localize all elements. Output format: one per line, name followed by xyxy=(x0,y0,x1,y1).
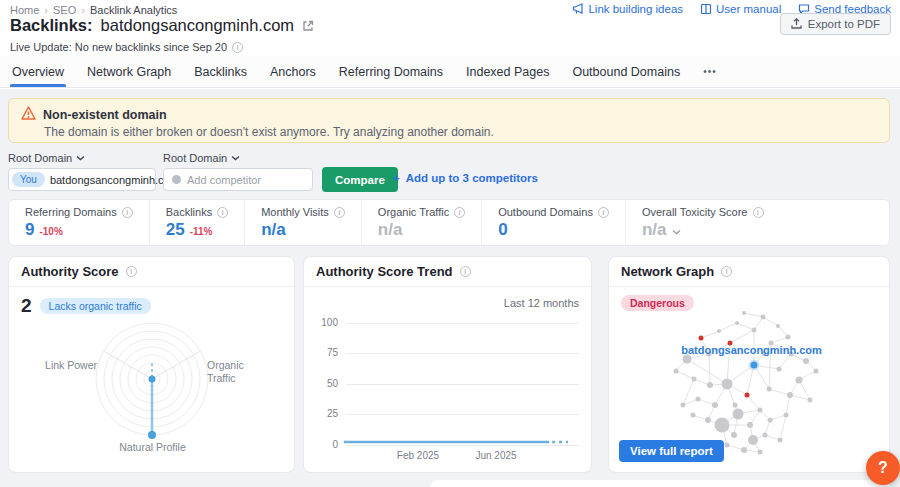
warning-triangle-icon xyxy=(21,106,36,123)
info-icon[interactable] xyxy=(460,266,471,277)
view-full-report-button[interactable]: View full report xyxy=(619,440,724,462)
radar-axis-natural-profile: Natural Profile xyxy=(21,441,284,454)
main-domain-value: batdongsancongminh.com xyxy=(50,174,179,186)
tab-overview[interactable]: Overview xyxy=(12,56,64,87)
megaphone-icon xyxy=(572,3,584,15)
live-update-row: Live Update: No new backlinks since Sep … xyxy=(10,41,243,53)
info-icon[interactable] xyxy=(721,266,732,277)
info-icon[interactable] xyxy=(334,207,345,218)
trend-title: Authority Score Trend xyxy=(316,264,453,279)
report-tabs: Overview Network Graph Backlinks Anchors… xyxy=(0,56,900,88)
authority-score-badge: Lacks organic traffic xyxy=(40,298,151,314)
book-icon xyxy=(700,3,712,15)
compare-button[interactable]: Compare xyxy=(322,167,398,192)
network-graph-visualization xyxy=(649,309,854,459)
external-link-icon[interactable] xyxy=(302,20,314,32)
breadcrumb-seo[interactable]: SEO xyxy=(53,4,85,16)
page-header: Home SEO Backlink Analytics Link buildin… xyxy=(0,0,900,56)
partial-next-card xyxy=(430,480,890,487)
main-domain-input[interactable]: You batdongsancongminh.com xyxy=(8,168,156,191)
tabs-more-button[interactable]: ••• xyxy=(703,66,717,77)
radar-axis-organic-traffic: Organic Traffic xyxy=(207,359,267,385)
tab-referring-domains[interactable]: Referring Domains xyxy=(339,56,443,87)
main-content: Non-existent domain The domain is either… xyxy=(0,89,900,487)
authority-score-card: Authority Score 2 Lacks organic traffic xyxy=(8,256,295,473)
metric-value: 25 xyxy=(166,220,185,240)
page-title-domain: batdongsancongminh.com xyxy=(101,16,295,35)
network-graph-card: Network Graph Dangerous xyxy=(608,256,890,473)
info-icon[interactable] xyxy=(753,207,764,218)
live-update-text: Live Update: No new backlinks since Sep … xyxy=(10,41,227,53)
analyzed-domain-node xyxy=(750,361,759,370)
tab-network-graph[interactable]: Network Graph xyxy=(87,56,171,87)
page-title: Backlinks: batdongsancongminh.com xyxy=(10,16,314,35)
tab-anchors[interactable]: Anchors xyxy=(270,56,316,87)
metric-value: 9 xyxy=(25,220,34,240)
chevron-down-icon[interactable] xyxy=(672,229,681,235)
radar-axis-link-power: Link Power xyxy=(37,359,97,372)
competitor-input-wrap xyxy=(163,168,313,191)
info-icon[interactable] xyxy=(126,266,137,277)
authority-score-value: 2 xyxy=(21,295,32,317)
competitor-domain-type-selector[interactable]: Root Domain xyxy=(163,152,240,164)
breadcrumb: Home SEO Backlink Analytics xyxy=(10,4,177,16)
add-competitors-link[interactable]: Add up to 3 competitors xyxy=(393,172,538,184)
metric-value: n/a xyxy=(642,220,667,240)
metric-outbound-domains: Outbound Domains 0 xyxy=(481,200,625,245)
page-title-prefix: Backlinks: xyxy=(10,16,93,35)
live-update-info-icon[interactable] xyxy=(232,42,243,53)
metric-value: n/a xyxy=(378,220,403,240)
authority-score-radar-chart: Link Power Organic Traffic Natural Profi… xyxy=(21,317,284,467)
warning-banner: Non-existent domain The domain is either… xyxy=(8,98,890,143)
tab-indexed-pages[interactable]: Indexed Pages xyxy=(466,56,549,87)
trend-period-label: Last 12 months xyxy=(504,297,579,309)
xtick-jun-2025: Jun 2025 xyxy=(468,450,524,461)
main-domain-type-selector[interactable]: Root Domain xyxy=(8,152,85,164)
info-icon[interactable] xyxy=(598,207,609,218)
help-button[interactable]: ? xyxy=(866,451,900,485)
authority-score-title: Authority Score xyxy=(21,264,119,279)
info-icon[interactable] xyxy=(217,207,228,218)
breadcrumb-backlink-analytics: Backlink Analytics xyxy=(90,4,177,16)
info-icon[interactable] xyxy=(454,207,465,218)
metric-referring-domains: Referring Domains 9-10% xyxy=(9,200,149,245)
metric-change: -10% xyxy=(39,226,62,237)
network-domain-label: batdongsancongminh.com xyxy=(649,344,854,356)
export-to-pdf-button[interactable]: Export to PDF xyxy=(780,13,891,35)
metric-backlinks: Backlinks 25-11% xyxy=(149,200,244,245)
metric-value: n/a xyxy=(261,220,286,240)
metric-overall-toxicity-score: Overall Toxicity Score n/a xyxy=(625,200,780,245)
tab-backlinks[interactable]: Backlinks xyxy=(194,56,247,87)
user-manual-link[interactable]: User manual xyxy=(700,3,781,15)
network-graph-title: Network Graph xyxy=(621,264,714,279)
metric-change: -11% xyxy=(190,226,213,237)
chevron-down-icon xyxy=(231,155,240,161)
chevron-down-icon xyxy=(76,155,85,161)
competitor-dot-icon xyxy=(172,175,181,184)
warning-banner-description: The domain is either broken or doesn't e… xyxy=(44,125,877,139)
tab-outbound-domains[interactable]: Outbound Domains xyxy=(572,56,680,87)
metric-organic-traffic: Organic Traffic n/a xyxy=(361,200,481,245)
link-building-ideas-link[interactable]: Link building ideas xyxy=(572,3,683,15)
xtick-feb-2025: Feb 2025 xyxy=(390,450,446,461)
metric-monthly-visits: Monthly Visits n/a xyxy=(244,200,361,245)
export-icon xyxy=(791,18,802,31)
you-badge: You xyxy=(12,172,45,187)
info-icon[interactable] xyxy=(122,207,133,218)
warning-banner-title: Non-existent domain xyxy=(43,108,167,122)
trend-line-chart: 100 75 50 25 0 Feb 2025 Jun 2025 xyxy=(316,323,579,445)
add-competitor-input[interactable] xyxy=(187,174,304,186)
metric-value: 0 xyxy=(498,220,507,240)
breadcrumb-home[interactable]: Home xyxy=(10,4,48,16)
authority-score-trend-card: Authority Score Trend Last 12 months 100… xyxy=(303,256,592,473)
trend-line-svg xyxy=(316,323,579,445)
metrics-summary-card: Referring Domains 9-10% Backlinks 25-11%… xyxy=(8,199,890,246)
